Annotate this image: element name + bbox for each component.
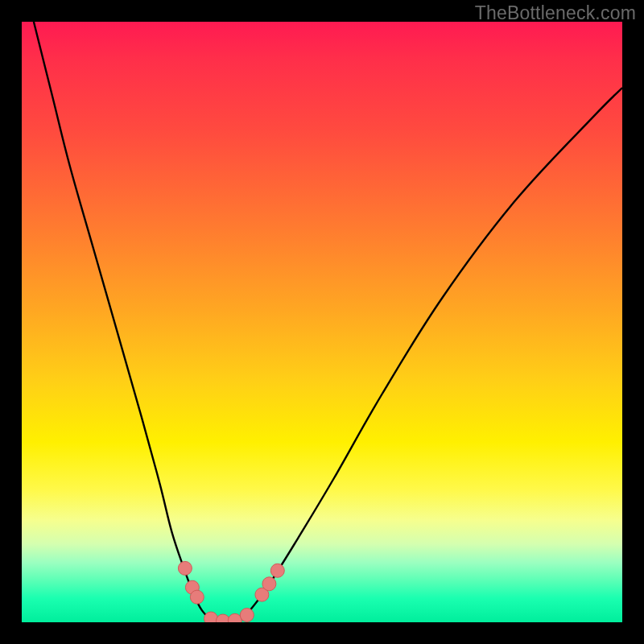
curve-marker [204,612,218,622]
curve-marker [228,613,242,622]
curve-marker [190,590,204,604]
curve-marker [255,588,269,601]
watermark-text: TheBottleneck.com [475,2,636,24]
curve-marker [185,580,199,594]
curve-marker [270,564,284,577]
curve-marker [262,577,276,591]
plot-area [22,22,622,622]
curve-svg [22,22,622,622]
bottleneck-curve [34,22,622,622]
curve-markers [178,561,284,622]
chart-frame: TheBottleneck.com [0,0,644,644]
curve-marker [178,561,192,575]
curve-marker [240,609,254,622]
curve-marker [216,614,229,622]
